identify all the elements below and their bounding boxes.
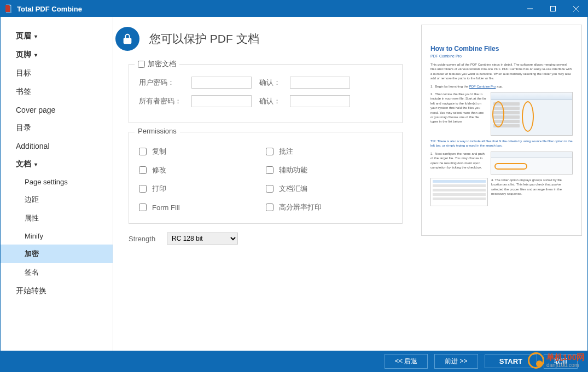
permission-checkbox[interactable] [266, 204, 273, 211]
permission-checkbox[interactable] [139, 148, 147, 155]
sidebar-item[interactable]: 签名 [1, 263, 113, 282]
owner-password-confirm-input[interactable] [290, 95, 350, 107]
encrypt-legend: 加密文档 [148, 59, 176, 69]
permissions-fieldset: Permissions 复制批注修改辅助功能打印文档汇编Form Fill高分辨… [129, 132, 403, 224]
sidebar-item-label: 页眉 [16, 31, 31, 41]
sidebar-item-label: 开始转换 [16, 286, 46, 296]
permission-item[interactable]: Form Fill [139, 202, 266, 212]
permission-item[interactable]: 高分辨率打印 [266, 202, 393, 212]
footer: << 后退 前进 >> START 取消 [1, 351, 587, 371]
permission-label: 复制 [152, 147, 166, 156]
sidebar-item-label: 文档 [16, 159, 31, 169]
sidebar-item[interactable]: 文档▾ [1, 155, 113, 173]
sidebar-item[interactable]: 目标 [1, 64, 113, 83]
app-icon [4, 4, 14, 14]
close-button[interactable] [564, 1, 587, 17]
user-password-input[interactable] [191, 77, 252, 89]
permission-label: 辅助功能 [279, 165, 307, 175]
permission-checkbox[interactable] [266, 185, 273, 193]
sidebar-item[interactable]: 书签 [1, 83, 113, 101]
permission-label: Form Fill [152, 204, 180, 212]
svg-rect-1 [551, 7, 556, 11]
permission-item[interactable]: 打印 [139, 184, 266, 194]
caret-down-icon: ▾ [34, 52, 37, 58]
sidebar-item-label: Cover page [16, 106, 55, 114]
permission-label: 打印 [152, 184, 166, 194]
permission-label: 高分辨率打印 [279, 202, 322, 212]
sidebar-item[interactable]: 页脚▾ [1, 45, 113, 64]
permission-checkbox[interactable] [139, 185, 147, 193]
preview-title: How to Combine Files [430, 45, 573, 53]
owner-password-input[interactable] [191, 95, 252, 107]
encrypt-fieldset: 加密文档 用户密码： 确认： 所有者密码： 确认： [129, 64, 403, 123]
minimize-button[interactable] [519, 1, 542, 17]
sidebar-item-label: 书签 [16, 87, 31, 97]
sidebar-item-label: 目录 [16, 123, 31, 133]
maximize-button[interactable] [542, 1, 564, 17]
sidebar-item[interactable]: Additional [1, 137, 113, 155]
permission-item[interactable]: 文档汇编 [266, 184, 393, 194]
cancel-button[interactable]: 取消 [544, 354, 578, 369]
titlebar: Total PDF Combine [1, 1, 587, 17]
lock-icon [115, 27, 139, 51]
strength-select[interactable]: RC 128 bit [167, 233, 238, 245]
preview-pane: How to Combine Files PDF Combine Pro Thi… [421, 25, 582, 236]
sidebar-item[interactable]: 页眉▾ [1, 27, 113, 45]
sidebar-item-label: Page settings [25, 178, 68, 186]
permission-label: 文档汇编 [279, 184, 307, 194]
sidebar: 页眉▾页脚▾目标书签Cover page目录Additional文档▾Page … [1, 17, 113, 351]
permission-label: 修改 [152, 165, 166, 175]
permission-item[interactable]: 修改 [139, 165, 266, 175]
back-button[interactable]: << 后退 [385, 354, 428, 369]
sidebar-item[interactable]: 属性 [1, 209, 113, 228]
start-button[interactable]: START [485, 354, 537, 368]
sidebar-item[interactable]: 边距 [1, 190, 113, 209]
sidebar-item-label: Minify [25, 232, 43, 240]
sidebar-item[interactable]: Minify [1, 228, 113, 245]
permission-checkbox[interactable] [266, 148, 273, 155]
sidebar-item-label: 签名 [25, 268, 39, 277]
user-password-label: 用户密码： [139, 78, 191, 88]
preview-subtitle: PDF Combine Pro [430, 54, 573, 58]
permission-label: 批注 [279, 147, 293, 156]
permission-item[interactable]: 复制 [139, 147, 266, 156]
user-password-confirm-label: 确认： [259, 78, 290, 88]
sidebar-item-label: 属性 [25, 213, 39, 223]
owner-password-label: 所有者密码： [139, 96, 191, 106]
sidebar-item[interactable]: 加密 [1, 245, 113, 263]
sidebar-item[interactable]: Page settings [1, 173, 113, 190]
user-password-confirm-input[interactable] [290, 77, 350, 89]
permission-checkbox[interactable] [266, 166, 273, 174]
strength-label: Strength [129, 235, 167, 243]
permission-item[interactable]: 辅助功能 [266, 165, 393, 175]
sidebar-item-label: 页脚 [16, 50, 31, 60]
permission-item[interactable]: 批注 [266, 147, 393, 156]
permissions-legend: Permissions [138, 127, 177, 135]
permission-checkbox[interactable] [139, 166, 147, 174]
sidebar-item-label: 边距 [25, 195, 39, 205]
sidebar-item-label: 目标 [16, 68, 31, 78]
sidebar-item[interactable]: Cover page [1, 101, 113, 119]
window-title: Total PDF Combine [17, 5, 82, 13]
sidebar-item[interactable]: 开始转换 [1, 282, 113, 300]
sidebar-item-label: Additional [16, 142, 50, 150]
caret-down-icon: ▾ [34, 33, 37, 39]
caret-down-icon: ▾ [34, 161, 37, 167]
owner-password-confirm-label: 确认： [259, 96, 290, 106]
page-title: 您可以保护 PDF 文档 [149, 31, 259, 47]
encrypt-enable-checkbox[interactable] [138, 61, 145, 68]
next-button[interactable]: 前进 >> [434, 354, 478, 369]
permission-checkbox[interactable] [139, 204, 147, 211]
sidebar-item[interactable]: 目录 [1, 119, 113, 137]
sidebar-item-label: 加密 [25, 249, 39, 259]
